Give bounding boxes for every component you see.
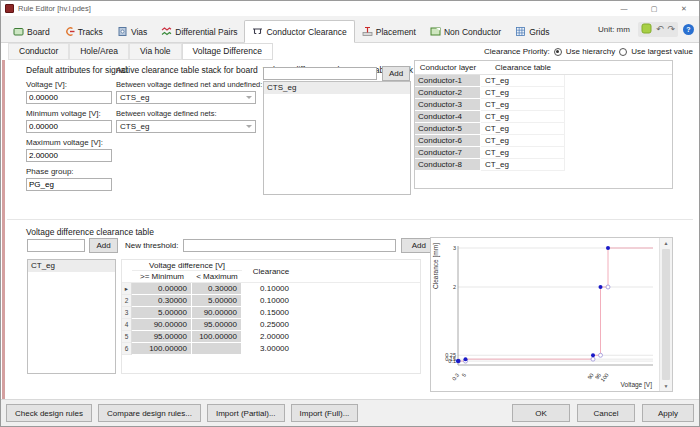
save-icon[interactable] bbox=[641, 23, 652, 36]
clearance-cell[interactable]: 0.10000 bbox=[242, 295, 300, 307]
tab-differential-pairs[interactable]: Differential Pairs bbox=[154, 22, 244, 42]
tab-non-conductor[interactable]: Non Conductor bbox=[423, 22, 508, 42]
clearance-chart-panel: 320.250.150.10.359095100Clearance [mm]Vo… bbox=[430, 237, 673, 392]
subtab-hole-area[interactable]: Hole/Area bbox=[69, 43, 129, 60]
tab-placement[interactable]: Placement bbox=[355, 22, 423, 42]
clearance-table-cell[interactable]: CT_eg bbox=[481, 123, 565, 135]
clearance-cell[interactable]: 0.25000 bbox=[242, 319, 300, 331]
clearance-table-controls: Add New threshold: Add bbox=[27, 238, 436, 253]
layer-cell[interactable]: Conductor-7 bbox=[415, 147, 481, 159]
tab-vias[interactable]: Vias bbox=[110, 22, 154, 42]
between-defined-combo[interactable]: CTS_eg bbox=[116, 120, 256, 133]
clearance-table-cell[interactable]: CT_eg bbox=[481, 147, 565, 159]
clearance-cell[interactable]: 2.00000 bbox=[242, 331, 300, 343]
tab-grids[interactable]: Grids bbox=[508, 22, 556, 42]
ok-button[interactable]: OK bbox=[512, 404, 570, 422]
new-threshold-input[interactable] bbox=[183, 239, 396, 252]
min-cell[interactable]: 100.00000 bbox=[132, 343, 192, 355]
phase-group-field[interactable] bbox=[26, 178, 112, 191]
row-number: 4 bbox=[122, 319, 132, 331]
table-name-input[interactable] bbox=[27, 239, 85, 252]
scroll-up-icon[interactable]: ▲ bbox=[660, 238, 672, 248]
clearance-cell[interactable]: 0.10000 bbox=[242, 283, 300, 295]
max-cell[interactable]: 5.00000 bbox=[192, 295, 242, 307]
radio-use-largest-value[interactable] bbox=[619, 48, 627, 56]
close-button[interactable]: ✕ bbox=[669, 1, 699, 16]
filler-cell bbox=[300, 319, 420, 331]
minimize-button[interactable]: — bbox=[609, 1, 639, 16]
svg-text:2: 2 bbox=[453, 284, 456, 290]
import-full-button[interactable]: Import (Full)... bbox=[291, 404, 359, 422]
radio-use-hierarchy[interactable] bbox=[554, 48, 562, 56]
voltage-field[interactable] bbox=[26, 91, 112, 104]
tab-board[interactable]: Board bbox=[6, 22, 57, 42]
clearance-table-cell[interactable]: CT_eg bbox=[481, 75, 565, 87]
tab-label: Vias bbox=[131, 27, 147, 37]
layer-cell[interactable]: Conductor-1 bbox=[415, 75, 481, 87]
min-cell[interactable]: 90.00000 bbox=[132, 319, 192, 331]
help-icon[interactable]: ? bbox=[683, 24, 694, 35]
max-cell[interactable]: 90.00000 bbox=[192, 307, 242, 319]
tab-label: Differential Pairs bbox=[175, 27, 237, 37]
layer-cell[interactable]: Conductor-3 bbox=[415, 99, 481, 111]
list-item[interactable]: CTS_eg bbox=[264, 82, 410, 94]
subtab-via-hole[interactable]: Via hole bbox=[129, 43, 182, 60]
clearance-table-cell[interactable]: CT_eg bbox=[481, 111, 565, 123]
clearance-table-cell[interactable]: CT_eg bbox=[481, 87, 565, 99]
clearance-cell[interactable]: 0.15000 bbox=[242, 307, 300, 319]
compare-design-rules-button[interactable]: Compare design rules... bbox=[98, 404, 201, 422]
tab-tracks[interactable]: Tracks bbox=[57, 22, 110, 42]
radio-use-largest-value-label[interactable]: Use largest value bbox=[631, 47, 693, 56]
maximize-button[interactable]: ▢ bbox=[639, 1, 669, 16]
max-voltage-field[interactable] bbox=[26, 149, 112, 162]
conductor-clearance-icon bbox=[252, 26, 263, 37]
min-cell[interactable]: 0.00000 bbox=[132, 283, 192, 295]
max-cell[interactable] bbox=[192, 343, 242, 355]
clearance-table-cell[interactable]: CT_eg bbox=[481, 99, 565, 111]
chart-scrollbar[interactable]: ▲ ▼ bbox=[659, 238, 672, 391]
stack-name-input[interactable] bbox=[263, 67, 377, 80]
layer-cell[interactable]: Conductor-4 bbox=[415, 111, 481, 123]
min-cell[interactable]: 95.00000 bbox=[132, 331, 192, 343]
import-partial-button[interactable]: Import (Partial)... bbox=[207, 404, 285, 422]
clearance-table-cell[interactable]: CT_eg bbox=[481, 159, 565, 171]
chevron-down-icon bbox=[246, 125, 252, 128]
layer-cell[interactable]: Conductor-6 bbox=[415, 135, 481, 147]
cancel-button[interactable]: Cancel bbox=[577, 404, 635, 422]
max-cell[interactable]: 0.30000 bbox=[192, 283, 242, 295]
undo-icon[interactable]: ↶ bbox=[656, 25, 664, 34]
list-item[interactable]: CT_eg bbox=[28, 260, 115, 272]
tab-conductor-clearance[interactable]: Conductor Clearance bbox=[244, 20, 354, 43]
row-pointer: ▸ bbox=[122, 283, 132, 295]
clearance-table-cell[interactable]: CT_eg bbox=[481, 135, 565, 147]
svg-text:0.1: 0.1 bbox=[448, 358, 456, 364]
redo-icon[interactable]: ↷ bbox=[667, 25, 675, 34]
min-cell[interactable]: 0.30000 bbox=[132, 295, 192, 307]
min-voltage-field[interactable] bbox=[26, 120, 112, 133]
stack-listbox: CTS_eg bbox=[263, 81, 411, 195]
scroll-down-icon[interactable]: ▼ bbox=[660, 381, 672, 391]
max-cell[interactable]: 95.00000 bbox=[192, 319, 242, 331]
subtab-voltage-difference[interactable]: Voltage Difference bbox=[182, 43, 273, 60]
default-attributes-group: Default attributes for signal Voltage [V… bbox=[26, 65, 112, 191]
layer-cell[interactable]: Conductor-5 bbox=[415, 123, 481, 135]
between-undefined-combo[interactable]: CTS_eg bbox=[116, 91, 256, 104]
table-add-button[interactable]: Add bbox=[89, 238, 118, 253]
subtab-conductor[interactable]: Conductor bbox=[8, 43, 69, 60]
tracks-icon bbox=[64, 26, 75, 37]
window-title: Rule Editor [hv.l.pdes] bbox=[18, 4, 91, 13]
apply-button[interactable]: Apply bbox=[642, 404, 694, 422]
scrollbar-thumb[interactable] bbox=[662, 249, 670, 380]
radio-use-hierarchy-label[interactable]: Use hierarchy bbox=[566, 47, 615, 56]
clearance-cell[interactable]: 3.00000 bbox=[242, 343, 300, 355]
rule-editor-window: Rule Editor [hv.l.pdes] — ▢ ✕ Board Trac… bbox=[0, 0, 700, 427]
clearance-table-body: CT_eg Voltage difference [V] Clearance >… bbox=[27, 259, 421, 374]
clearance-priority-label: Clearance Priority: bbox=[484, 47, 550, 56]
content-area: Default attributes for signal Voltage [V… bbox=[1, 60, 699, 399]
layer-cell[interactable]: Conductor-2 bbox=[415, 87, 481, 99]
check-design-rules-button[interactable]: Check design rules bbox=[6, 404, 92, 422]
max-cell[interactable]: 100.00000 bbox=[192, 331, 242, 343]
layer-cell[interactable]: Conductor-8 bbox=[415, 159, 481, 171]
stack-add-button[interactable]: Add bbox=[382, 66, 410, 81]
min-cell[interactable]: 5.00000 bbox=[132, 307, 192, 319]
